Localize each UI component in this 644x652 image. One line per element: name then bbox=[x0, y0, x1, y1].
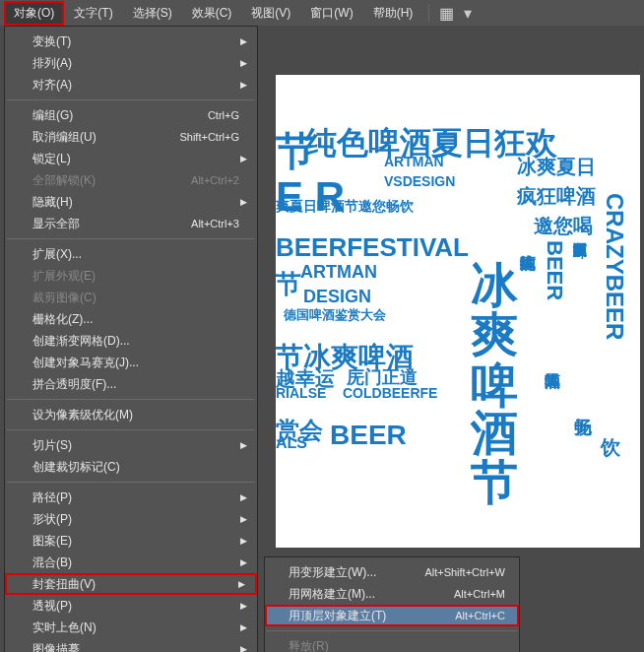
submenu-shortcut: Alt+Shift+Ctrl+W bbox=[424, 566, 505, 578]
menu-shortcut: Shift+Ctrl+G bbox=[179, 131, 239, 143]
menu-item-label: 拼合透明度(F)... bbox=[32, 376, 116, 393]
menu-item-label: 混合(B) bbox=[32, 554, 72, 571]
submenu-item-4: 释放(R) bbox=[265, 635, 519, 652]
wordcloud-text: CRAZYBEER bbox=[601, 193, 628, 429]
menu-item-label: 栅格化(Z)... bbox=[32, 311, 93, 328]
menu-item-1[interactable]: 排列(A)▶ bbox=[5, 52, 257, 74]
menu-item-label: 图像描摹 bbox=[32, 641, 80, 653]
submenu-arrow-icon: ▶ bbox=[240, 154, 247, 163]
menu-item-14[interactable]: 栅格化(Z)... bbox=[5, 308, 257, 330]
submenu-arrow-icon: ▶ bbox=[240, 601, 247, 611]
menu-item-label: 创建裁切标记(C) bbox=[32, 459, 120, 476]
menubar-item-5[interactable]: 窗口(W) bbox=[300, 1, 362, 26]
menu-item-9[interactable]: 显示全部Alt+Ctrl+3 bbox=[5, 213, 257, 234]
menu-item-28[interactable]: 封套扭曲(V)▶ bbox=[5, 573, 257, 595]
wordcloud-text: VSDESIGN bbox=[384, 173, 455, 189]
menu-item-label: 排列(A) bbox=[32, 55, 72, 72]
menu-item-29[interactable]: 透视(P)▶ bbox=[5, 595, 257, 617]
menubar-item-4[interactable]: 视图(V) bbox=[241, 1, 300, 26]
menu-item-17[interactable]: 拼合透明度(F)... bbox=[5, 373, 257, 395]
wordcloud-text: ALS bbox=[276, 434, 307, 452]
menubar: 对象(O)文字(T)选择(S)效果(C)视图(V)窗口(W)帮助(H)▦▾ bbox=[0, 0, 644, 26]
object-menu-dropdown: 变换(T)▶排列(A)▶对齐(A)▶编组(G)Ctrl+G取消编组(U)Shif… bbox=[4, 26, 258, 652]
menu-item-label: 对齐(A) bbox=[32, 77, 72, 94]
wordcloud-text: 无畅 bbox=[571, 405, 595, 454]
wordcloud-text: 饮 bbox=[601, 434, 620, 461]
menu-item-label: 设为像素级优化(M) bbox=[32, 407, 133, 424]
menu-item-19[interactable]: 设为像素级优化(M) bbox=[5, 404, 257, 425]
menu-item-label: 创建对象马赛克(J)... bbox=[32, 355, 139, 371]
menu-item-label: 变换(T) bbox=[32, 33, 71, 50]
menu-item-0[interactable]: 变换(T)▶ bbox=[5, 31, 257, 52]
menubar-item-2[interactable]: 选择(S) bbox=[123, 1, 182, 26]
menu-item-27[interactable]: 混合(B)▶ bbox=[5, 552, 257, 573]
dropdown-icon[interactable]: ▾ bbox=[459, 4, 477, 22]
menu-item-6[interactable]: 锁定(L)▶ bbox=[5, 148, 257, 169]
wordcloud-text: ARTMAN bbox=[384, 154, 444, 169]
submenu-item-0[interactable]: 用变形建立(W)...Alt+Shift+Ctrl+W bbox=[265, 561, 519, 583]
menu-separator bbox=[7, 399, 255, 400]
menu-item-label: 全部解锁(K) bbox=[32, 172, 96, 189]
wordcloud-text: BEER bbox=[542, 240, 567, 349]
menu-item-26[interactable]: 图案(E)▶ bbox=[5, 530, 257, 552]
submenu-arrow-icon: ▶ bbox=[240, 644, 247, 652]
menu-item-label: 图案(E) bbox=[32, 533, 72, 550]
submenu-arrow-icon: ▶ bbox=[240, 557, 247, 567]
menu-item-8[interactable]: 隐藏(H)▶ bbox=[5, 191, 257, 213]
wordcloud-text: BEERFESTIVAL bbox=[276, 232, 469, 263]
menu-shortcut: Alt+Ctrl+3 bbox=[191, 218, 239, 229]
menu-item-13: 裁剪图像(C) bbox=[5, 287, 257, 308]
menu-item-label: 封套扭曲(V) bbox=[32, 576, 96, 593]
menu-separator bbox=[7, 99, 255, 100]
menu-item-15[interactable]: 创建渐变网格(D)... bbox=[5, 330, 257, 352]
menu-separator bbox=[7, 238, 255, 239]
menu-item-label: 扩展外观(E) bbox=[32, 268, 96, 285]
menu-item-24[interactable]: 路径(P)▶ bbox=[5, 487, 257, 508]
submenu-arrow-icon: ▶ bbox=[240, 197, 247, 207]
submenu-arrow-icon: ▶ bbox=[240, 514, 247, 524]
layout-icon[interactable]: ▦ bbox=[437, 4, 455, 22]
menubar-item-0[interactable]: 对象(O) bbox=[4, 1, 64, 26]
menu-item-label: 取消编组(U) bbox=[32, 129, 97, 146]
menu-item-label: 形状(P) bbox=[32, 511, 72, 528]
menubar-item-3[interactable]: 效果(C) bbox=[182, 1, 242, 26]
menu-separator bbox=[7, 482, 255, 483]
menu-item-7: 全部解锁(K)Alt+Ctrl+2 bbox=[5, 169, 257, 191]
submenu-arrow-icon: ▶ bbox=[240, 492, 247, 502]
menu-item-4[interactable]: 编组(G)Ctrl+G bbox=[5, 104, 257, 126]
menu-item-31[interactable]: 图像描摹▶ bbox=[5, 638, 257, 652]
menu-item-2[interactable]: 对齐(A)▶ bbox=[5, 74, 257, 96]
submenu-shortcut: Alt+Ctrl+C bbox=[455, 610, 505, 621]
wordcloud-text: 疯狂啤酒 bbox=[517, 183, 596, 210]
menu-item-label: 创建渐变网格(D)... bbox=[32, 333, 130, 350]
menubar-item-6[interactable]: 帮助(H) bbox=[363, 1, 423, 26]
menu-item-label: 切片(S) bbox=[32, 437, 72, 454]
menubar-item-1[interactable]: 文字(T) bbox=[64, 1, 122, 26]
menu-item-5[interactable]: 取消编组(U)Shift+Ctrl+G bbox=[5, 126, 257, 148]
submenu-arrow-icon: ▶ bbox=[240, 80, 247, 90]
submenu-arrow-icon: ▶ bbox=[240, 440, 247, 450]
wordcloud-text: RIALSE bbox=[276, 385, 326, 401]
artboard: 节纯色啤酒夏日狂欢E RARTMANVSDESIGN冰爽夏日疯狂啤酒爽夏日啤酒节… bbox=[276, 75, 640, 548]
wordcloud-text: ARTMAN bbox=[300, 262, 377, 283]
wordcloud: 节纯色啤酒夏日狂欢E RARTMANVSDESIGN冰爽夏日疯狂啤酒爽夏日啤酒节… bbox=[276, 75, 640, 548]
menu-item-21[interactable]: 切片(S)▶ bbox=[5, 434, 257, 456]
menu-item-30[interactable]: 实时上色(N)▶ bbox=[5, 617, 257, 638]
menu-item-25[interactable]: 形状(P)▶ bbox=[5, 508, 257, 530]
menu-item-11[interactable]: 扩展(X)... bbox=[5, 243, 257, 265]
menu-item-label: 路径(P) bbox=[32, 489, 72, 506]
menu-item-22[interactable]: 创建裁切标记(C) bbox=[5, 456, 257, 478]
submenu-item-2[interactable]: 用顶层对象建立(T)Alt+Ctrl+C bbox=[265, 605, 519, 626]
menu-item-16[interactable]: 创建对象马赛克(J)... bbox=[5, 352, 257, 373]
menu-shortcut: Alt+Ctrl+2 bbox=[191, 174, 239, 186]
menu-item-label: 锁定(L) bbox=[32, 151, 71, 167]
menu-item-label: 扩展(X)... bbox=[32, 246, 82, 263]
submenu-item-1[interactable]: 用网格建立(M)...Alt+Ctrl+M bbox=[265, 583, 519, 605]
wordcloud-text: 啤酒节夏日狂欢限 bbox=[571, 232, 589, 400]
submenu-item-label: 用网格建立(M)... bbox=[289, 586, 375, 603]
envelope-distort-submenu: 用变形建立(W)...Alt+Shift+Ctrl+W用网格建立(M)...Al… bbox=[264, 556, 520, 652]
menu-item-label: 显示全部 bbox=[32, 216, 80, 232]
submenu-item-label: 释放(R) bbox=[289, 638, 329, 653]
menu-shortcut: Ctrl+G bbox=[208, 109, 239, 121]
wordcloud-text: 德国啤酒鉴赏大会 bbox=[284, 306, 386, 324]
